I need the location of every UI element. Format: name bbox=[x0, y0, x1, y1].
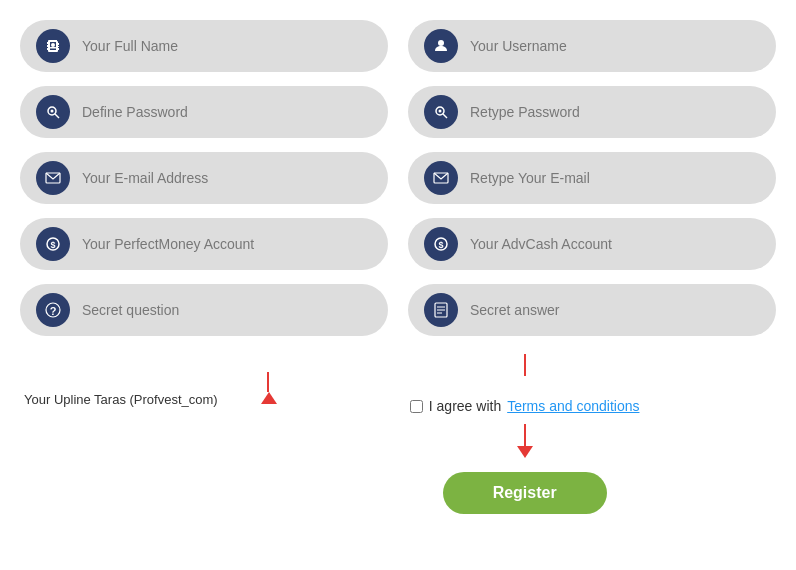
define-password-field[interactable] bbox=[20, 86, 388, 138]
svg-point-7 bbox=[439, 110, 442, 113]
secret-question-field[interactable]: ? bbox=[20, 284, 388, 336]
define-password-input[interactable] bbox=[82, 104, 372, 120]
define-password-icon bbox=[36, 95, 70, 129]
retype-email-field[interactable] bbox=[408, 152, 776, 204]
upline-arrow bbox=[221, 372, 277, 407]
advcash-field[interactable]: $ bbox=[408, 218, 776, 270]
arrow-down-head bbox=[517, 446, 533, 458]
upline-label: Your Upline Taras (Profvest_com) bbox=[24, 392, 218, 407]
email-input[interactable] bbox=[82, 170, 372, 186]
perfect-money-input[interactable] bbox=[82, 236, 372, 252]
advcash-icon: $ bbox=[424, 227, 458, 261]
secret-answer-input[interactable] bbox=[470, 302, 760, 318]
perfect-money-icon: $ bbox=[36, 227, 70, 261]
svg-line-3 bbox=[55, 114, 59, 118]
secret-answer-icon bbox=[424, 293, 458, 327]
arrow-head bbox=[261, 392, 277, 404]
full-name-icon bbox=[36, 29, 70, 63]
username-icon bbox=[424, 29, 458, 63]
secret-question-input[interactable] bbox=[82, 302, 372, 318]
svg-point-4 bbox=[51, 110, 54, 113]
retype-password-input[interactable] bbox=[470, 104, 760, 120]
retype-email-input[interactable] bbox=[470, 170, 760, 186]
username-input[interactable] bbox=[470, 38, 760, 54]
agree-row: I agree with Terms and conditions bbox=[410, 398, 640, 414]
upline-section: Your Upline Taras (Profvest_com) bbox=[24, 354, 277, 407]
agree-text: I agree with bbox=[429, 398, 501, 414]
registration-form: $ $ ? bbox=[20, 20, 776, 336]
arrow-line-down2 bbox=[524, 424, 526, 446]
terms-checkbox[interactable] bbox=[410, 400, 423, 413]
email-field[interactable] bbox=[20, 152, 388, 204]
email-icon bbox=[36, 161, 70, 195]
retype-password-field[interactable] bbox=[408, 86, 776, 138]
full-name-input[interactable] bbox=[82, 38, 372, 54]
svg-line-6 bbox=[443, 114, 447, 118]
svg-rect-0 bbox=[50, 47, 56, 49]
arrow-line bbox=[267, 372, 269, 392]
secret-question-icon: ? bbox=[36, 293, 70, 327]
full-name-field[interactable] bbox=[20, 20, 388, 72]
perfect-money-field[interactable]: $ bbox=[20, 218, 388, 270]
retype-email-icon bbox=[424, 161, 458, 195]
svg-text:?: ? bbox=[50, 305, 57, 317]
retype-password-icon bbox=[424, 95, 458, 129]
svg-text:$: $ bbox=[50, 240, 55, 250]
bottom-section: Your Upline Taras (Profvest_com) I agree… bbox=[20, 354, 776, 514]
secret-answer-field[interactable] bbox=[408, 284, 776, 336]
terms-link[interactable]: Terms and conditions bbox=[507, 398, 639, 414]
svg-point-1 bbox=[438, 40, 444, 46]
advcash-input[interactable] bbox=[470, 236, 760, 252]
arrow-line-down bbox=[524, 354, 526, 376]
arrow-down-container bbox=[517, 424, 533, 458]
arrow-down-outer bbox=[524, 354, 526, 376]
register-button[interactable]: Register bbox=[443, 472, 607, 514]
username-field[interactable] bbox=[408, 20, 776, 72]
agree-register-section: I agree with Terms and conditions Regist… bbox=[277, 354, 772, 514]
svg-text:$: $ bbox=[438, 240, 443, 250]
